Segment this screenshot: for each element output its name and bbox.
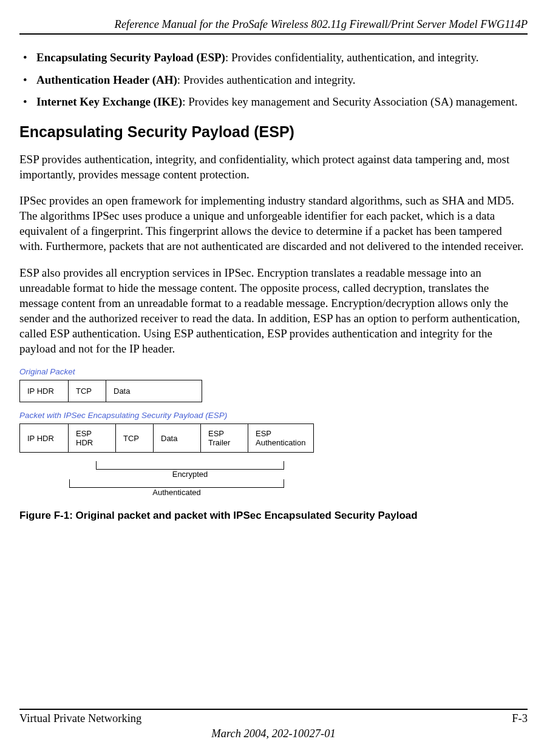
bullet-term: Internet Key Exchange (IKE) bbox=[36, 95, 182, 108]
footer-rule bbox=[19, 709, 528, 710]
cell-iphdr: IP HDR bbox=[20, 380, 69, 402]
page-footer: Virtual Private Networking F-3 March 200… bbox=[19, 709, 528, 740]
body-paragraph: IPSec provides an open framework for imp… bbox=[19, 193, 528, 254]
bullet-term: Encapsulating Security Payload (ESP) bbox=[36, 51, 225, 64]
header-rule bbox=[19, 33, 528, 35]
bullet-desc: : Provides confidentiality, authenticati… bbox=[225, 51, 479, 64]
bullet-item-ike: Internet Key Exchange (IKE): Provides ke… bbox=[19, 95, 528, 110]
footer-line: Virtual Private Networking F-3 bbox=[19, 712, 528, 725]
bullet-item-esp: Encapsulating Security Payload (ESP): Pr… bbox=[19, 50, 528, 66]
packet-table-original: IP HDR TCP Data bbox=[19, 380, 202, 402]
figure-block: Original Packet IP HDR TCP Data Packet w… bbox=[19, 367, 528, 522]
bracket-label-authenticated: Authenticated bbox=[69, 488, 284, 497]
section-heading-esp: Encapsulating Security Payload (ESP) bbox=[19, 123, 528, 141]
cell-tcp: TCP bbox=[116, 424, 154, 453]
header-title: Reference Manual for the ProSafe Wireles… bbox=[19, 18, 528, 31]
cell-esphdr: ESP HDR bbox=[69, 424, 116, 453]
cell-iphdr: IP HDR bbox=[20, 424, 69, 453]
cell-data: Data bbox=[154, 424, 201, 453]
bullet-term: Authentication Header (AH) bbox=[36, 73, 177, 86]
cell-data: Data bbox=[106, 380, 202, 402]
figure-caption: Figure F-1: Original packet and packet w… bbox=[19, 510, 528, 522]
bullet-desc: : Provides authentication and integrity. bbox=[177, 73, 356, 86]
figure-label-original: Original Packet bbox=[19, 367, 528, 376]
bullet-desc: : Provides key management and Security A… bbox=[182, 95, 517, 108]
footer-date: March 2004, 202-10027-01 bbox=[19, 727, 528, 740]
cell-espauth: ESP Authentication bbox=[248, 424, 314, 453]
bracket-encrypted bbox=[96, 461, 284, 470]
body-paragraph: ESP provides authentication, integrity, … bbox=[19, 152, 528, 182]
bullet-item-ah: Authentication Header (AH): Provides aut… bbox=[19, 73, 528, 88]
cell-esptrailer: ESP Trailer bbox=[201, 424, 248, 453]
cell-tcp: TCP bbox=[69, 380, 106, 402]
packet-table-esp: IP HDR ESP HDR TCP Data ESP Trailer ESP … bbox=[19, 424, 314, 453]
figure-label-esp: Packet with IPSec Encapsulating Security… bbox=[19, 411, 528, 420]
bracket-label-encrypted: Encrypted bbox=[96, 470, 284, 479]
body-paragraph: ESP also provides all encryption service… bbox=[19, 265, 528, 356]
footer-right: F-3 bbox=[512, 712, 528, 725]
brackets-wrap: Encrypted Authenticated bbox=[19, 461, 372, 506]
bullet-list: Encapsulating Security Payload (ESP): Pr… bbox=[19, 50, 528, 110]
bracket-authenticated bbox=[69, 479, 284, 488]
footer-left: Virtual Private Networking bbox=[19, 712, 141, 725]
